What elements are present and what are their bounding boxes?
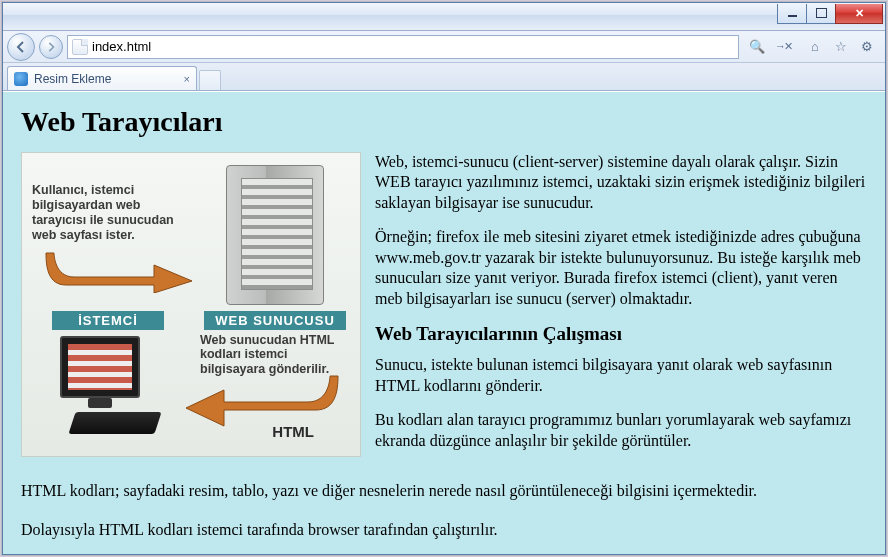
client-caption: İSTEMCİ <box>52 311 164 330</box>
address-tools: 🔍 →✕ <box>743 37 797 57</box>
minimize-button[interactable] <box>777 4 807 24</box>
paragraph: Sunucu, istekte bulunan istemci bilgisay… <box>375 355 867 396</box>
page-viewport[interactable]: Web Tarayıcıları Kullanıcı, istemci bilg… <box>3 91 885 554</box>
paragraph: Web, istemci-sunucu (client-server) sist… <box>375 152 867 213</box>
article-row: Kullanıcı, istemci bilgisayardan web tar… <box>21 152 867 465</box>
paragraph: Bu kodları alan tarayıcı programımız bun… <box>375 410 867 451</box>
article-text: Web, istemci-sunucu (client-server) sist… <box>375 152 867 465</box>
close-button[interactable] <box>835 4 883 24</box>
tab-close-icon[interactable]: × <box>184 73 190 85</box>
paragraph: Dolayısıyla HTML kodları istemci tarafın… <box>21 520 867 541</box>
server-icon <box>226 165 324 305</box>
keyboard-icon <box>68 412 161 434</box>
page-icon <box>72 39 88 55</box>
refresh-stop-icon[interactable]: →✕ <box>773 37 793 57</box>
back-button[interactable] <box>7 33 35 61</box>
gear-icon[interactable]: ⚙ <box>857 37 877 57</box>
window-controls <box>778 4 883 26</box>
maximize-button[interactable] <box>806 4 836 24</box>
address-bar[interactable] <box>67 35 739 59</box>
tab-active[interactable]: Resim Ekleme × <box>7 66 197 90</box>
navigation-bar: 🔍 →✕ ⌂ ☆ ⚙ <box>3 31 885 63</box>
window-titlebar <box>3 3 885 31</box>
html-label: HTML <box>272 423 314 440</box>
client-computer-icon <box>50 332 168 442</box>
page-title: Web Tarayıcıları <box>21 106 867 138</box>
arrow-right-icon <box>46 42 56 52</box>
client-server-figure: Kullanıcı, istemci bilgisayardan web tar… <box>21 152 361 457</box>
server-caption: WEB SUNUCUSU <box>204 311 346 330</box>
tab-title: Resim Ekleme <box>34 72 178 86</box>
home-icon[interactable]: ⌂ <box>805 37 825 57</box>
section-heading: Web Tarayıcılarının Çalışması <box>375 323 867 345</box>
search-icon[interactable]: 🔍 <box>747 37 767 57</box>
favorites-icon[interactable]: ☆ <box>831 37 851 57</box>
browser-window: 🔍 →✕ ⌂ ☆ ⚙ Resim Ekleme × Web Tarayıcıla… <box>2 2 886 555</box>
response-arrow-icon <box>180 374 340 430</box>
forward-button[interactable] <box>39 35 63 59</box>
monitor-stand-icon <box>88 398 112 408</box>
request-arrow-icon <box>44 247 194 293</box>
arrow-left-icon <box>15 41 27 53</box>
server-subcaption: Web sunucudan HTML kodları istemci bilgi… <box>200 333 348 376</box>
ie-favicon-icon <box>14 72 28 86</box>
address-input[interactable] <box>92 39 734 54</box>
paragraph: HTML kodları; sayfadaki resim, tablo, ya… <box>21 481 867 502</box>
new-tab-button[interactable] <box>199 70 221 90</box>
page-tools: ⌂ ☆ ⚙ <box>801 37 881 57</box>
tab-strip: Resim Ekleme × <box>3 63 885 91</box>
paragraph: Örneğin; firefox ile meb sitesini ziyare… <box>375 227 867 309</box>
monitor-icon <box>60 336 140 398</box>
figure-top-label: Kullanıcı, istemci bilgisayardan web tar… <box>32 183 192 243</box>
